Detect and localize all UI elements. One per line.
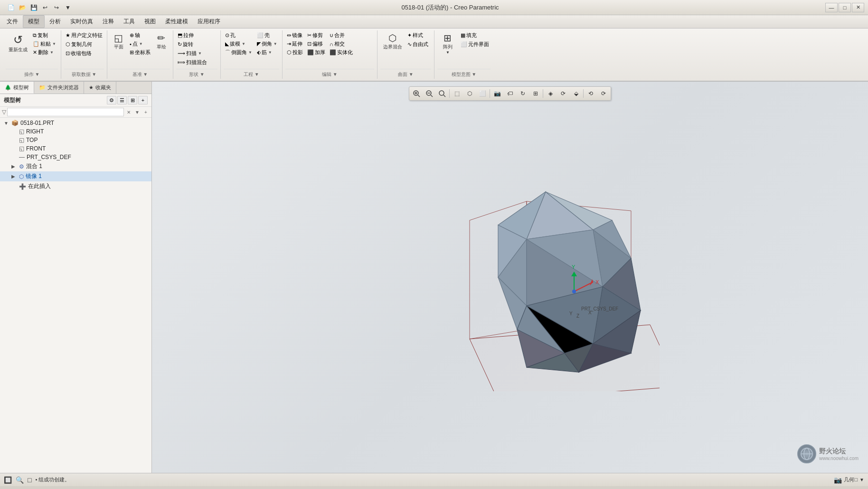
tab-favorites[interactable]: ★ 收藏夹: [84, 82, 116, 94]
btn-sweep-blend[interactable]: ⟾扫描混合: [176, 58, 208, 66]
vt-plane-tags[interactable]: 🏷: [504, 88, 516, 99]
btn-project[interactable]: ⬡投影: [285, 48, 304, 56]
status-view-arrow[interactable]: ▼: [859, 477, 864, 482]
tree-item-blend1[interactable]: ▶ ⚙ 混合 1: [0, 161, 151, 171]
vt-saved-view[interactable]: 📷: [491, 88, 503, 99]
btn-fill[interactable]: ▦填充: [459, 31, 491, 39]
btn-shell[interactable]: ⬜壳: [255, 31, 279, 39]
status-icon-3[interactable]: □: [28, 476, 31, 484]
qa-save[interactable]: 💾: [28, 2, 39, 13]
filter-add-btn[interactable]: +: [142, 108, 150, 116]
menu-file[interactable]: 文件: [2, 16, 23, 28]
btn-hole[interactable]: ⊙孔: [224, 31, 254, 39]
status-icon-1[interactable]: 🔲: [4, 476, 12, 484]
vt-datum-display[interactable]: ◈: [544, 88, 557, 99]
vt-spin[interactable]: ↻: [517, 88, 529, 99]
tab-file-browser[interactable]: 📁 文件夹浏览器: [34, 82, 84, 94]
restore-button[interactable]: □: [839, 3, 851, 12]
btn-user-feature[interactable]: ★用户定义特征: [64, 31, 104, 39]
filter-down-btn[interactable]: ▼: [133, 108, 141, 116]
btn-round[interactable]: ⌒倒圆角▼: [224, 48, 254, 56]
btn-axis[interactable]: ⊕轴: [128, 31, 152, 39]
qa-open[interactable]: 📂: [17, 2, 28, 13]
tree-item-top[interactable]: ◱ TOP: [0, 136, 151, 144]
btn-paste[interactable]: 📋粘贴▼: [31, 40, 58, 48]
btn-revolve[interactable]: ↻旋转: [176, 40, 208, 48]
tree-item-right[interactable]: ◱ RIGHT: [0, 127, 151, 136]
menu-tools[interactable]: 工具: [119, 16, 140, 28]
vt-display-1[interactable]: ⬚: [451, 88, 463, 99]
tree-item-csys[interactable]: — PRT_CSYS_DEF: [0, 153, 151, 161]
vt-undo-view[interactable]: ⟲: [585, 88, 597, 99]
menu-flexible[interactable]: 柔性建模: [160, 16, 193, 28]
vt-redo-view[interactable]: ⟳: [597, 88, 610, 99]
btn-draft[interactable]: ◣拔模▼: [224, 40, 254, 48]
vt-layer[interactable]: ⬙: [570, 88, 582, 99]
tree-item-mirror1[interactable]: ▶ ⬡ 镜像 1: [0, 171, 151, 181]
menu-model[interactable]: 模型: [23, 15, 45, 28]
btn-thicken[interactable]: ⬛加厚: [306, 48, 327, 56]
vt-zoom-in[interactable]: [410, 88, 423, 99]
btn-component-interface[interactable]: ⬜元件界面: [459, 40, 491, 48]
expand-blend1[interactable]: ▶: [11, 164, 17, 169]
viewport[interactable]: ⬚ ⬡ ⬜ 📷 🏷 ↻ ⊞ ◈ ⟳ ⬙ ⟲ ⟳: [152, 82, 868, 473]
btn-delete[interactable]: ✕删除▼: [31, 48, 58, 56]
tree-item-root[interactable]: ▼ 📦 0518-01.PRT: [0, 119, 151, 127]
delete-icon: ✕: [33, 49, 37, 56]
btn-point[interactable]: •点▼: [128, 40, 152, 48]
filter-clear-btn[interactable]: ✕: [125, 108, 132, 116]
menu-view[interactable]: 视图: [140, 16, 160, 28]
btn-extrude[interactable]: ⬒拉伸: [176, 31, 208, 39]
minimize-button[interactable]: —: [825, 3, 838, 12]
expand-root[interactable]: ▼: [4, 121, 9, 126]
btn-extend[interactable]: ⇥延伸: [285, 40, 304, 48]
btn-csys[interactable]: ⊞坐标系: [128, 48, 152, 56]
tree-columns-btn[interactable]: ☰: [117, 96, 127, 104]
vt-annot[interactable]: ⟳: [557, 88, 569, 99]
qa-redo[interactable]: ↪: [51, 2, 62, 13]
status-view-dropdown[interactable]: 几何□: [844, 476, 858, 483]
btn-shrink-wrap[interactable]: ⊡收缩包络: [64, 49, 104, 57]
btn-intersect[interactable]: ∩相交: [328, 40, 354, 48]
vt-display-2[interactable]: ⬡: [463, 88, 476, 99]
tree-settings-btn[interactable]: ⚙: [107, 96, 116, 104]
btn-plane[interactable]: ◱ 平面: [110, 31, 127, 51]
btn-merge[interactable]: ∪合并: [328, 31, 354, 39]
qa-new[interactable]: 📄: [6, 2, 16, 13]
vt-zoom-fit[interactable]: [436, 88, 448, 99]
btn-rib[interactable]: ⬖筋▼: [255, 48, 279, 56]
btn-style[interactable]: ✦样式: [406, 31, 430, 39]
btn-regenerate[interactable]: ↺ 重新生成: [6, 31, 30, 55]
btn-offset[interactable]: ⊡偏移: [306, 40, 327, 48]
menu-annotation[interactable]: 注释: [98, 16, 119, 28]
tab-model-tree[interactable]: 🌲 模型树: [0, 82, 34, 94]
btn-mirror[interactable]: ⇔镜像: [285, 31, 304, 39]
vt-orient[interactable]: ⊞: [529, 88, 542, 99]
btn-copy[interactable]: ⧉复制: [31, 31, 58, 39]
csys-tree-icon: —: [19, 154, 25, 160]
tree-filter-btn[interactable]: ⊞: [128, 96, 137, 104]
tree-add-btn[interactable]: +: [138, 96, 148, 104]
btn-copy-geo[interactable]: ⬡复制几何: [64, 40, 104, 48]
qa-customize[interactable]: ▼: [63, 2, 73, 13]
btn-chamfer[interactable]: ◤倒角▼: [255, 40, 279, 48]
qa-undo[interactable]: ↩: [40, 2, 50, 13]
btn-sketch[interactable]: ✏ 草绘: [153, 31, 170, 51]
close-button[interactable]: ✕: [852, 3, 864, 12]
vt-display-3[interactable]: ⬜: [476, 88, 489, 99]
btn-freestyle[interactable]: ∿自由式: [406, 40, 430, 48]
menu-simulation[interactable]: 实时仿真: [66, 16, 98, 28]
tree-item-front[interactable]: ◱ FRONT: [0, 144, 151, 153]
vt-zoom-out[interactable]: [423, 88, 435, 99]
menu-analysis[interactable]: 分析: [45, 16, 66, 28]
btn-solidify[interactable]: ⬛实体化: [328, 48, 354, 56]
filter-input[interactable]: [7, 108, 124, 116]
btn-boundary-blend[interactable]: ⬡ 边界混合: [380, 31, 405, 51]
expand-mirror1[interactable]: ▶: [11, 174, 17, 179]
status-icon-2[interactable]: 🔍: [16, 476, 24, 484]
btn-sweep[interactable]: ⟿扫描▼: [176, 49, 208, 57]
menu-apps[interactable]: 应用程序: [193, 16, 225, 28]
tree-item-insert[interactable]: ➕ 在此插入: [0, 181, 151, 191]
btn-trim[interactable]: ✂修剪: [306, 31, 327, 39]
btn-array[interactable]: ⊞ 阵列 ▼: [437, 31, 458, 56]
